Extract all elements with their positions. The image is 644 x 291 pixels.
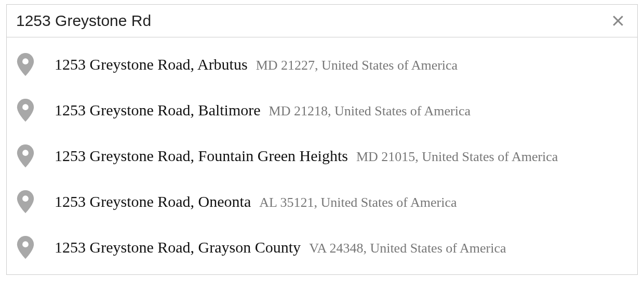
- svg-point-3: [22, 104, 29, 110]
- suggestion-secondary: VA 24348, United States of America: [309, 240, 506, 256]
- suggestion-item[interactable]: 1253 Greystone Road, Baltimore MD 21218,…: [7, 87, 637, 133]
- suggestions-list: 1253 Greystone Road, Arbutus MD 21227, U…: [7, 37, 637, 274]
- address-search-input[interactable]: [16, 12, 608, 30]
- suggestion-main: 1253 Greystone Road, Baltimore: [55, 101, 261, 120]
- location-pin-icon: [16, 190, 35, 213]
- suggestion-main: 1253 Greystone Road, Grayson County: [55, 238, 301, 257]
- suggestion-secondary: AL 35121, United States of America: [259, 194, 457, 210]
- svg-point-6: [22, 241, 29, 247]
- address-autocomplete: 1253 Greystone Road, Arbutus MD 21227, U…: [6, 4, 638, 275]
- suggestion-item[interactable]: 1253 Greystone Road, Oneonta AL 35121, U…: [7, 179, 637, 224]
- svg-point-2: [22, 58, 29, 64]
- suggestion-text: 1253 Greystone Road, Grayson County VA 2…: [55, 238, 506, 257]
- close-icon: [610, 13, 626, 29]
- suggestion-secondary: MD 21015, United States of America: [356, 149, 558, 165]
- location-pin-icon: [16, 53, 35, 76]
- suggestion-secondary: MD 21218, United States of America: [269, 103, 471, 119]
- svg-point-5: [22, 195, 29, 202]
- suggestion-text: 1253 Greystone Road, Fountain Green Heig…: [55, 147, 558, 165]
- suggestion-text: 1253 Greystone Road, Arbutus MD 21227, U…: [55, 55, 458, 74]
- suggestion-item[interactable]: 1253 Greystone Road, Arbutus MD 21227, U…: [7, 42, 637, 87]
- suggestion-item[interactable]: 1253 Greystone Road, Grayson County VA 2…: [7, 224, 637, 270]
- suggestion-main: 1253 Greystone Road, Fountain Green Heig…: [55, 147, 348, 165]
- clear-button[interactable]: [608, 11, 628, 31]
- suggestion-text: 1253 Greystone Road, Oneonta AL 35121, U…: [55, 192, 457, 211]
- suggestion-main: 1253 Greystone Road, Arbutus: [55, 55, 248, 74]
- svg-point-4: [22, 150, 29, 156]
- suggestion-secondary: MD 21227, United States of America: [256, 57, 458, 73]
- search-row: [7, 5, 637, 37]
- location-pin-icon: [16, 99, 35, 122]
- location-pin-icon: [16, 144, 35, 167]
- suggestion-main: 1253 Greystone Road, Oneonta: [55, 192, 251, 211]
- suggestion-item[interactable]: 1253 Greystone Road, Fountain Green Heig…: [7, 133, 637, 179]
- location-pin-icon: [16, 236, 35, 259]
- suggestion-text: 1253 Greystone Road, Baltimore MD 21218,…: [55, 101, 471, 120]
